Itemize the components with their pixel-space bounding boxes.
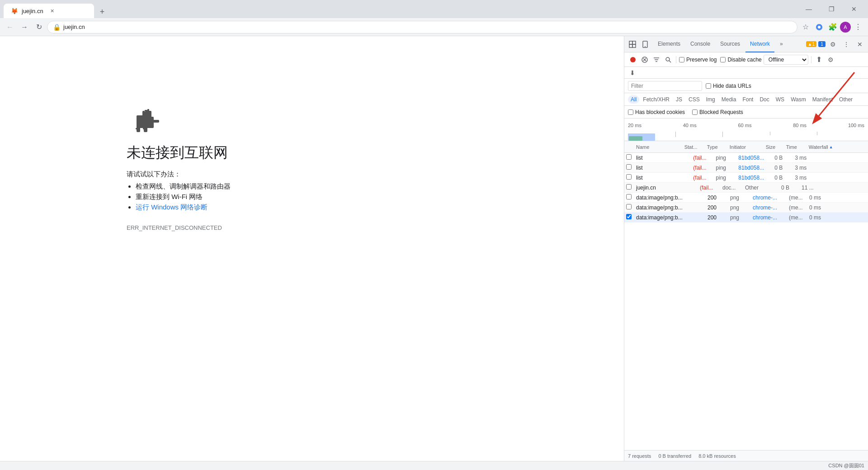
th-status-text: Stat...: [684, 144, 698, 150]
devtools-close-button[interactable]: ✕: [854, 38, 866, 51]
bookmark-button[interactable]: ☆: [799, 21, 812, 33]
timeline-label-100ms: 100 ms: [848, 123, 864, 128]
th-name-text: Name: [636, 144, 649, 150]
error-subtitle: 请试试以下办法：: [127, 170, 181, 179]
td-time: 0 ms: [807, 204, 830, 211]
preserve-log-checkbox[interactable]: [679, 57, 684, 62]
table-row[interactable]: data:image/png:b... 200 png chrome-... (…: [624, 193, 868, 203]
td-type: ping: [714, 165, 736, 171]
minimize-button[interactable]: —: [798, 2, 819, 16]
td-initiator[interactable]: chrome-...: [751, 214, 787, 221]
devtools-settings-button[interactable]: ⚙: [826, 38, 839, 51]
tab-sources[interactable]: Sources: [716, 36, 745, 52]
network-settings-button[interactable]: ⚙: [826, 55, 836, 65]
th-initiator[interactable]: Initiator: [728, 144, 764, 150]
resource-btn-fetch[interactable]: Fetch/XHR: [640, 95, 672, 104]
blocked-requests-label[interactable]: Blocked Requests: [692, 109, 743, 115]
resource-btn-ws[interactable]: WS: [773, 95, 787, 104]
table-row[interactable]: data:image/png:b... 200 png chrome-... (…: [624, 203, 868, 213]
td-initiator[interactable]: 81bd058...: [736, 175, 773, 181]
devtools-device-button[interactable]: [639, 38, 651, 51]
table-row[interactable]: list (fail... ping 81bd058... 0 B 3 ms: [624, 153, 868, 163]
resource-btn-font[interactable]: Font: [740, 95, 756, 104]
th-name[interactable]: Name: [634, 144, 683, 150]
back-button[interactable]: ←: [4, 21, 16, 33]
more-button[interactable]: ⋮: [852, 21, 864, 33]
search-button[interactable]: [663, 55, 673, 65]
blocked-requests-checkbox[interactable]: [692, 109, 698, 115]
blocked-cookies-checkbox[interactable]: [628, 109, 633, 115]
row-checkbox[interactable]: [626, 204, 632, 209]
hide-data-urls-checkbox[interactable]: [706, 83, 711, 89]
extensions-button[interactable]: 🧩: [826, 21, 839, 33]
refresh-button[interactable]: ↻: [33, 21, 45, 33]
devtools-inspect-button[interactable]: [626, 38, 639, 51]
table-row[interactable]: data:image/png:b... 200 png chrome-... (…: [624, 213, 868, 223]
table-row[interactable]: list (fail... ping 81bd058... 0 B 3 ms: [624, 163, 868, 173]
blocked-cookies-label[interactable]: Has blocked cookies: [628, 109, 685, 115]
th-status[interactable]: Stat...: [683, 144, 705, 150]
td-initiator[interactable]: 81bd058...: [736, 165, 773, 171]
td-initiator[interactable]: chrome-...: [751, 195, 787, 201]
resource-btn-media[interactable]: Media: [719, 95, 739, 104]
upload-button[interactable]: ⬆: [814, 55, 824, 65]
resource-btn-js[interactable]: JS: [673, 95, 685, 104]
new-tab-button[interactable]: +: [96, 5, 108, 18]
svg-rect-18: [629, 44, 632, 47]
td-size: (me...: [787, 204, 807, 211]
th-time[interactable]: Time: [784, 144, 807, 150]
table-row[interactable]: juejin.cn (fail... doc... Other 0 B 11 .…: [624, 183, 868, 193]
devtools-more-button[interactable]: ⋮: [840, 38, 853, 51]
address-bar[interactable]: 🔒 juejin.cn: [47, 21, 797, 33]
row-checkbox[interactable]: [626, 184, 632, 190]
resource-btn-manifest[interactable]: Manifest: [810, 95, 835, 104]
th-waterfall[interactable]: Waterfall ▲: [807, 144, 866, 150]
active-tab[interactable]: 🦊 juejin.cn ✕: [4, 4, 94, 18]
lock-icon: 🔒: [53, 24, 61, 31]
filter-input[interactable]: [628, 81, 702, 91]
tab-title: juejin.cn: [22, 8, 43, 14]
throttle-select[interactable]: Offline No throttling Slow 3G Fast 3G: [764, 55, 808, 65]
filter-toggle-button[interactable]: [651, 55, 661, 65]
resource-btn-css[interactable]: CSS: [686, 95, 703, 104]
tab-console[interactable]: Console: [686, 36, 715, 52]
row-checkbox[interactable]: [626, 164, 632, 170]
download-button[interactable]: ⬇: [628, 68, 637, 77]
tab-close-button[interactable]: ✕: [49, 7, 56, 14]
resource-btn-all[interactable]: All: [628, 95, 639, 104]
maximize-button[interactable]: ❐: [821, 2, 842, 16]
network-diagnose-link[interactable]: 运行 Windows 网络诊断: [136, 203, 208, 211]
table-row[interactable]: list (fail... ping 81bd058... 0 B 3 ms: [624, 173, 868, 183]
disable-cache-label[interactable]: Disable cache: [720, 57, 761, 63]
row-checkbox-cell: [626, 154, 634, 161]
resource-btn-img[interactable]: Img: [703, 95, 718, 104]
row-checkbox[interactable]: [626, 194, 632, 199]
forward-button[interactable]: →: [18, 21, 31, 33]
svg-point-22: [630, 57, 636, 62]
th-type[interactable]: Type: [705, 144, 728, 150]
td-name: juejin.cn: [634, 185, 698, 191]
preserve-log-label[interactable]: Preserve log: [679, 57, 717, 63]
record-button[interactable]: [628, 55, 638, 65]
td-initiator[interactable]: chrome-...: [751, 204, 787, 211]
tab-area: 🦊 juejin.cn ✕ +: [4, 0, 798, 18]
row-checkbox[interactable]: [626, 174, 632, 180]
close-button[interactable]: ✕: [844, 2, 864, 16]
row-checkbox[interactable]: [626, 154, 632, 160]
hide-data-urls-label[interactable]: Hide data URLs: [706, 83, 751, 89]
resource-btn-other[interactable]: Other: [836, 95, 855, 104]
disable-cache-checkbox[interactable]: [720, 57, 726, 62]
clear-button[interactable]: [640, 55, 650, 65]
tab-elements[interactable]: Elements: [653, 36, 685, 52]
tab-more[interactable]: »: [775, 36, 788, 52]
chrome-icon[interactable]: [813, 21, 826, 33]
tab-network[interactable]: Network: [745, 36, 774, 52]
th-size[interactable]: Size: [764, 144, 784, 150]
network-toolbar: Preserve log Disable cache Offline No th…: [624, 52, 868, 67]
warning-badge: ▲1: [806, 41, 816, 47]
profile-avatar[interactable]: A: [840, 22, 851, 33]
resource-btn-wasm[interactable]: Wasm: [788, 95, 809, 104]
row-checkbox[interactable]: [626, 214, 632, 219]
resource-btn-doc[interactable]: Doc: [757, 95, 772, 104]
td-initiator[interactable]: 81bd058...: [736, 155, 773, 161]
